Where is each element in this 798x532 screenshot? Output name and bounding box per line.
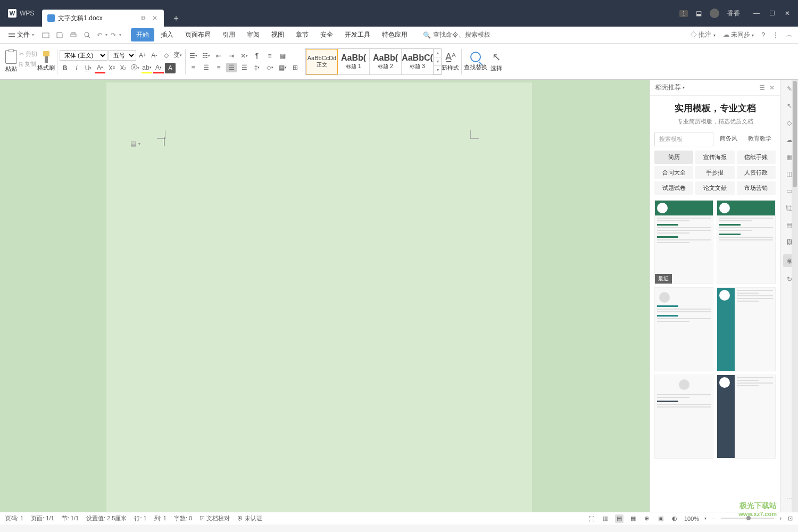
- shading-button[interactable]: ◇▾: [264, 63, 275, 72]
- status-page[interactable]: 页面: 1/1: [31, 514, 54, 522]
- save-icon[interactable]: [55, 31, 64, 39]
- file-menu[interactable]: 文件 ▾: [5, 28, 37, 41]
- status-col[interactable]: 列: 1: [154, 514, 167, 522]
- format-painter-button[interactable]: 格式刷: [37, 51, 55, 72]
- line-spacing-button[interactable]: ‡▾: [252, 63, 262, 72]
- tab-layout[interactable]: 页面布局: [180, 28, 216, 41]
- decrease-indent-button[interactable]: ⇤: [213, 51, 224, 61]
- align-center-button[interactable]: ☰: [201, 63, 211, 72]
- cat-thesis[interactable]: 论文文献: [695, 181, 734, 195]
- align-right-button[interactable]: ≡: [213, 63, 224, 72]
- command-search[interactable]: 🔍 查找命令、搜索模板: [423, 30, 491, 39]
- template-thumb[interactable]: [717, 375, 776, 459]
- document-page[interactable]: ▤ ▾: [106, 82, 532, 512]
- cat-poster[interactable]: 宣传海报: [695, 151, 734, 164]
- status-setting[interactable]: 设置值: 2.5厘米: [86, 514, 127, 522]
- document-tab[interactable]: 文字文稿1.docx ⧉ ✕: [42, 10, 163, 27]
- font-color-button[interactable]: A▾: [95, 63, 105, 73]
- more-icon[interactable]: ⋮: [772, 31, 779, 39]
- maximize-icon[interactable]: ☐: [769, 10, 775, 17]
- font-color2-button[interactable]: A▾: [153, 63, 164, 73]
- zoom-slider[interactable]: [721, 518, 774, 519]
- style-heading2[interactable]: AaBb( 标题 2: [370, 49, 402, 74]
- scroll-thumb[interactable]: [793, 81, 797, 187]
- user-avatar[interactable]: [710, 9, 719, 18]
- doc-handle[interactable]: ▤ ▾: [130, 140, 140, 147]
- panel-menu-icon[interactable]: ☰: [759, 84, 765, 92]
- style-heading3[interactable]: AaBbC( 标题 3: [402, 49, 434, 74]
- tag-education[interactable]: 教育教学: [744, 132, 776, 146]
- close-icon[interactable]: ✕: [785, 10, 790, 17]
- panel-title[interactable]: 稻壳推荐 ▾: [655, 83, 685, 92]
- cat-contract[interactable]: 合同大全: [654, 166, 693, 179]
- character-shade-button[interactable]: A: [165, 63, 176, 73]
- cat-letter[interactable]: 信纸手账: [737, 151, 776, 164]
- template-thumb[interactable]: [717, 200, 776, 284]
- undo-icon[interactable]: ↶: [97, 31, 102, 39]
- tab-review[interactable]: 审阅: [242, 28, 265, 41]
- style-scroll-down[interactable]: ▾: [434, 57, 441, 66]
- subscript-button[interactable]: X₂: [118, 63, 129, 73]
- read-mode-icon[interactable]: ▤: [615, 514, 624, 523]
- select-button[interactable]: ↖ 选择: [487, 51, 505, 72]
- redo-icon[interactable]: ↷: [111, 31, 116, 39]
- status-words[interactable]: 字数: 0: [174, 514, 192, 522]
- font-name-select[interactable]: 宋体 (正文): [60, 50, 107, 61]
- style-heading1[interactable]: AaBb( 标题 1: [338, 49, 370, 74]
- template-thumb[interactable]: [717, 287, 776, 371]
- status-proofing[interactable]: ☑ 文档校对: [200, 514, 230, 522]
- help-icon[interactable]: ?: [761, 31, 765, 39]
- template-thumb[interactable]: [654, 375, 713, 459]
- zoom-out-icon[interactable]: −: [712, 516, 715, 522]
- template-thumb[interactable]: 最近: [654, 200, 713, 284]
- cat-hr[interactable]: 人资行政: [737, 166, 776, 179]
- print-layout-icon[interactable]: ▥: [601, 514, 610, 523]
- tab-close-icon[interactable]: ✕: [151, 13, 159, 23]
- tab-view[interactable]: 视图: [266, 28, 289, 41]
- ltr-button[interactable]: ¶: [252, 51, 262, 61]
- tab-reference[interactable]: 引用: [217, 28, 240, 41]
- status-row[interactable]: 行: 1: [134, 514, 146, 522]
- tab-duplicate-icon[interactable]: ⧉: [141, 14, 146, 22]
- notification-badge[interactable]: 1: [679, 10, 688, 17]
- minimize-icon[interactable]: —: [753, 10, 760, 17]
- cat-exam[interactable]: 试题试卷: [654, 181, 693, 195]
- draft-icon[interactable]: ▣: [656, 514, 665, 523]
- align-left-button[interactable]: ≡: [188, 63, 198, 72]
- template-thumb[interactable]: [654, 287, 713, 371]
- distribute-button[interactable]: ☰: [239, 63, 250, 72]
- new-style-button[interactable]: A̲ᴬ 新样式: [442, 51, 459, 72]
- highlight-button[interactable]: ab▾: [142, 63, 152, 73]
- style-normal[interactable]: AaBbCcDd 正文: [306, 49, 338, 74]
- superscript-button[interactable]: X²: [106, 63, 117, 73]
- underline-button[interactable]: U▾: [83, 63, 94, 73]
- status-page-no[interactable]: 页码: 1: [5, 514, 23, 522]
- tab-insert[interactable]: 插入: [155, 28, 179, 41]
- increase-indent-button[interactable]: ⇥: [226, 51, 237, 61]
- status-section[interactable]: 节: 1/1: [62, 514, 79, 522]
- borders-button[interactable]: ▦▾: [277, 63, 288, 72]
- italic-button[interactable]: I: [71, 63, 82, 73]
- status-unverified[interactable]: ⛨ 未认证: [237, 514, 262, 522]
- cat-resume[interactable]: 简历: [654, 151, 693, 164]
- style-scroll-up[interactable]: ▴: [434, 49, 441, 57]
- tab-devtools[interactable]: 开发工具: [339, 28, 376, 41]
- web-layout-icon[interactable]: ▦: [629, 514, 637, 523]
- preview-icon[interactable]: [83, 31, 92, 39]
- fullscreen-icon[interactable]: ⛶: [587, 514, 596, 523]
- character-border-button[interactable]: Ⓐ▾: [130, 63, 140, 73]
- rail-more-icon[interactable]: ⋯: [787, 495, 792, 501]
- print-icon[interactable]: [69, 31, 78, 39]
- style-expand[interactable]: ▾: [434, 66, 441, 74]
- grow-font-icon[interactable]: A+: [137, 50, 148, 61]
- tag-business[interactable]: 商务风: [716, 132, 742, 146]
- paste-button[interactable]: 粘贴: [5, 50, 17, 73]
- vertical-scrollbar[interactable]: [792, 80, 798, 512]
- template-search[interactable]: 搜索模板: [654, 132, 713, 146]
- zoom-value[interactable]: 100%: [684, 516, 699, 522]
- tab-start[interactable]: 开始: [131, 28, 154, 41]
- copy-button[interactable]: ⎘复制: [19, 60, 37, 68]
- numbering-button[interactable]: ☷▾: [201, 51, 211, 61]
- bullets-button[interactable]: ☰▾: [188, 51, 198, 61]
- rtl-button[interactable]: ≡: [264, 51, 275, 61]
